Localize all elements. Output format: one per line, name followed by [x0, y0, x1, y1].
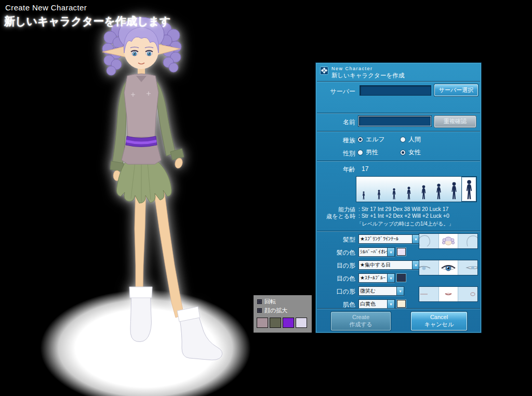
skin-color-swatch — [397, 300, 406, 308]
chevron-down-icon[interactable]: ▼ — [412, 261, 419, 269]
hair-color-swatch — [397, 248, 406, 256]
age-figure[interactable] — [431, 177, 446, 202]
duplicate-check-button[interactable]: 重複確認 — [434, 116, 476, 127]
eye-shape-label: 目の形 — [317, 261, 355, 270]
age-figure-selected[interactable] — [461, 177, 476, 202]
rotate-label: 回転 — [264, 298, 276, 306]
eye-color-swatch — [397, 274, 406, 282]
character-skirt — [116, 160, 171, 203]
hair-color-label: 髪の色 — [317, 248, 355, 257]
character-model — [77, 5, 239, 369]
palette-swatch[interactable] — [257, 318, 268, 328]
page-subtitle: 新しいキャラクターを作成します — [4, 14, 170, 29]
levelup-note: 「レベルアップの時はこの1/4上がる。」 — [332, 220, 478, 228]
mouth-shape-label: 口の形 — [317, 287, 355, 296]
mouth-shape-select[interactable]: 微笑む ▼ — [358, 286, 404, 296]
radio-dot-icon — [357, 137, 363, 142]
age-figure-selector — [356, 176, 477, 202]
gender-label: 性別 — [317, 149, 355, 158]
create-button[interactable]: Create 作成する — [331, 312, 391, 331]
radio-dot-icon — [357, 150, 363, 155]
palette-swatch[interactable] — [283, 318, 294, 328]
race-label: 種族 — [317, 136, 355, 145]
gender-option-label: 女性 — [408, 148, 421, 157]
hair-style-preview — [419, 233, 478, 249]
chevron-down-icon[interactable]: ▼ — [396, 287, 404, 295]
server-select-button[interactable]: サーバー選択 — [434, 84, 478, 96]
dialog-icon — [320, 67, 328, 75]
eye-color-value: ★ｽﾁｰﾙﾌﾞﾙｰ — [359, 274, 387, 282]
skin-color-value: 白黄色 — [359, 300, 387, 308]
character-vest — [122, 74, 161, 164]
eye-preview-prev[interactable] — [419, 260, 439, 275]
age-value: 17 — [362, 165, 368, 173]
eye-preview-next[interactable] — [458, 260, 477, 275]
palette-swatch[interactable] — [270, 318, 281, 328]
gender-radio-female[interactable]: 女性 — [400, 149, 421, 156]
age-figure[interactable] — [356, 177, 371, 202]
hair-preview-next[interactable] — [458, 234, 477, 248]
chevron-down-icon[interactable]: ▼ — [387, 274, 394, 282]
dialog-header: New Character 新しいキャラクターを作成 — [317, 64, 480, 81]
eye-color-select[interactable]: ★ｽﾁｰﾙﾌﾞﾙｰ ▼ — [358, 273, 395, 283]
appearance-section: 髪型 ★ｽﾌﾟﾘﾝｸﾞﾂｲﾝﾃｰﾙ ▼ 髪の色 ｼﾙﾊﾞｰﾊﾞｲｵﾚｯﾄ ▼ 目… — [317, 231, 480, 308]
age-figure[interactable] — [387, 177, 402, 202]
new-character-dialog: New Character 新しいキャラクターを作成 サーバー サーバー選択 名… — [316, 63, 481, 333]
race-radio-elf[interactable]: エルフ — [357, 136, 385, 143]
age-section: 年齢 17 能力値 : Str 17 Int 29 Dex 38 Will 20… — [317, 161, 480, 231]
eye-color-label: 目の色 — [317, 274, 355, 283]
mouth-preview-prev[interactable] — [419, 287, 439, 301]
mouth-preview-current[interactable] — [439, 287, 459, 301]
skin-color-select[interactable]: 白黄色 ▼ — [358, 299, 395, 309]
mouth-shape-preview — [419, 286, 478, 302]
eye-shape-select[interactable]: ★集中する目 ▼ — [358, 260, 420, 270]
age-label: 年齢 — [317, 165, 355, 174]
age-figure[interactable] — [417, 177, 432, 202]
server-section: サーバー サーバー選択 — [317, 81, 480, 113]
duplicate-check-button-label: 重複確認 — [444, 118, 467, 125]
hair-color-value: ｼﾙﾊﾞｰﾊﾞｲｵﾚｯﾄ — [359, 248, 387, 256]
chevron-down-icon[interactable]: ▼ — [387, 248, 394, 256]
face-zoom-checkbox[interactable] — [257, 308, 262, 313]
view-controls-panel: 回転 顔の拡大 — [254, 295, 312, 333]
hair-style-label: 髪型 — [317, 235, 355, 244]
palette-swatch[interactable] — [296, 318, 307, 328]
cancel-button-label-jp: キャンセル — [424, 321, 454, 328]
hair-preview-prev[interactable] — [419, 234, 439, 248]
gender-option-label: 男性 — [366, 148, 378, 157]
age-figure[interactable] — [402, 177, 417, 202]
create-button-label-jp: 作成する — [349, 321, 373, 328]
age-figure[interactable] — [371, 177, 387, 202]
chevron-down-icon[interactable]: ▼ — [387, 300, 394, 308]
server-select-button-label: サーバー選択 — [439, 87, 474, 94]
age-figure[interactable] — [446, 177, 461, 202]
server-label: サーバー — [317, 87, 355, 96]
dialog-title-jp: 新しいキャラクターを作成 — [331, 72, 404, 80]
eye-preview-current[interactable] — [439, 260, 459, 275]
race-radio-human[interactable]: 人間 — [400, 136, 421, 143]
hair-preview-current[interactable] — [439, 234, 459, 248]
page-title: Create New Character — [5, 3, 87, 12]
cancel-button[interactable]: Cancel キャンセル — [411, 312, 467, 331]
gender-radio-male[interactable]: 男性 — [357, 149, 378, 156]
hair-color-select[interactable]: ｼﾙﾊﾞｰﾊﾞｲｵﾚｯﾄ ▼ — [358, 247, 395, 257]
dialog-buttons-section: Create 作成する Cancel キャンセル — [317, 308, 480, 333]
cancel-button-label-en: Cancel — [430, 314, 448, 321]
server-input[interactable] — [360, 85, 431, 96]
create-button-label-en: Create — [352, 314, 369, 321]
mouth-preview-next[interactable] — [458, 287, 477, 301]
name-input[interactable] — [358, 116, 431, 126]
face-zoom-checkbox-row: 顔の拡大 — [257, 307, 287, 314]
race-gender-section: 種族 エルフ 人間 性別 男性 女性 — [317, 131, 480, 161]
stats-current: : Str 17 Int 29 Dex 38 Will 20 Luck 17 — [358, 206, 448, 212]
mouth-shape-value: 微笑む — [359, 287, 396, 295]
chevron-down-icon[interactable]: ▼ — [412, 235, 419, 243]
aging-label: 歳をとる時 — [317, 213, 355, 220]
eye-shape-preview — [419, 260, 478, 275]
hair-style-value: ★ｽﾌﾟﾘﾝｸﾞﾂｲﾝﾃｰﾙ — [359, 235, 412, 243]
hair-style-select[interactable]: ★ｽﾌﾟﾘﾝｸﾞﾂｲﾝﾃｰﾙ ▼ — [358, 234, 420, 244]
name-section: 名前 重複確認 — [317, 113, 480, 131]
rotate-checkbox[interactable] — [257, 299, 262, 304]
radio-dot-icon — [400, 150, 406, 155]
stats-aging: : Str +1 Int +2 Dex +2 Will +2 Luck +0 — [358, 213, 449, 219]
